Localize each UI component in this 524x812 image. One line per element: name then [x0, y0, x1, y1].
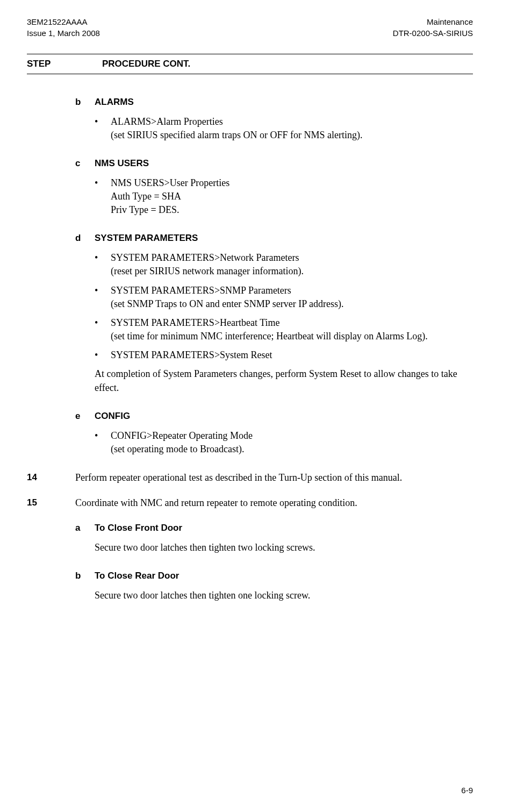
- sub-title: CONFIG: [95, 410, 473, 423]
- bullet-text: SYSTEM PARAMETERS>Network Parameters (re…: [111, 251, 473, 278]
- bullet-text: NMS USERS>User Properties Auth Type = SH…: [111, 176, 473, 217]
- list-item: • ALARMS>Alarm Properties (set SIRIUS sp…: [95, 115, 473, 142]
- list-item: • CONFIG>Repeater Operating Mode (set op…: [95, 429, 473, 456]
- issue-date: Issue 1, March 2008: [27, 27, 100, 39]
- bullet-icon: •: [95, 284, 111, 311]
- content-area: b ALARMS • ALARMS>Alarm Properties (set …: [27, 96, 473, 603]
- bullet-icon: •: [95, 176, 111, 217]
- procedure-label: PROCEDURE CONT.: [102, 58, 473, 70]
- sub-letter: b: [75, 569, 95, 582]
- sub-item-d: d SYSTEM PARAMETERS • SYSTEM PARAMETERS>…: [75, 232, 473, 394]
- list-item: • SYSTEM PARAMETERS>Heartbeat Time (set …: [95, 316, 473, 343]
- bullet-icon: •: [95, 316, 111, 343]
- bullet-list-e: • CONFIG>Repeater Operating Mode (set op…: [75, 429, 473, 456]
- bullet-icon: •: [95, 429, 111, 456]
- step-number: 14: [27, 471, 75, 485]
- sub-heading-15a: a To Close Front Door: [75, 522, 473, 535]
- sub-title: To Close Rear Door: [95, 569, 473, 582]
- sub-body: Secure two door latches then tighten one…: [75, 589, 473, 602]
- sub-item-e: e CONFIG • CONFIG>Repeater Operating Mod…: [75, 410, 473, 456]
- bullet-text: CONFIG>Repeater Operating Mode (set oper…: [111, 429, 473, 456]
- bullet-text: SYSTEM PARAMETERS>SNMP Parameters (set S…: [111, 284, 473, 311]
- sub-item-15a: a To Close Front Door Secure two door la…: [75, 522, 473, 554]
- sub-item-15b: b To Close Rear Door Secure two door lat…: [75, 569, 473, 602]
- note-text: At completion of System Parameters chang…: [75, 367, 473, 394]
- sub-title: ALARMS: [95, 96, 473, 109]
- sub-title: To Close Front Door: [95, 522, 473, 535]
- sub-letter: e: [75, 410, 95, 423]
- sub-title: NMS USERS: [95, 157, 473, 170]
- list-item: • SYSTEM PARAMETERS>SNMP Parameters (set…: [95, 284, 473, 311]
- bullet-list-b: • ALARMS>Alarm Properties (set SIRIUS sp…: [75, 115, 473, 142]
- step-number: 15: [27, 496, 75, 510]
- sub-heading-d: d SYSTEM PARAMETERS: [75, 232, 473, 245]
- header-left: 3EM21522AAAA Issue 1, March 2008: [27, 16, 100, 39]
- divider-bottom: [27, 74, 473, 74]
- bullet-text: SYSTEM PARAMETERS>Heartbeat Time (set ti…: [111, 316, 473, 343]
- list-item: • SYSTEM PARAMETERS>System Reset: [95, 348, 473, 362]
- step-text: Perform repeater operational test as des…: [75, 471, 473, 485]
- bullet-list-c: • NMS USERS>User Properties Auth Type = …: [75, 176, 473, 217]
- sub-item-b: b ALARMS • ALARMS>Alarm Properties (set …: [75, 96, 473, 142]
- bullet-icon: •: [95, 115, 111, 142]
- doc-section: Maintenance: [393, 16, 473, 27]
- sub-heading-c: c NMS USERS: [75, 157, 473, 170]
- step-14: 14 Perform repeater operational test as …: [27, 471, 473, 485]
- step-label: STEP: [27, 58, 102, 70]
- bullet-text: SYSTEM PARAMETERS>System Reset: [111, 348, 473, 362]
- sub-heading-15b: b To Close Rear Door: [75, 569, 473, 582]
- list-item: • NMS USERS>User Properties Auth Type = …: [95, 176, 473, 217]
- step-15: 15 Coordinate with NMC and return repeat…: [27, 496, 473, 510]
- sub-letter: c: [75, 157, 95, 170]
- section-header: STEP PROCEDURE CONT.: [27, 54, 473, 74]
- page-header: 3EM21522AAAA Issue 1, March 2008 Mainten…: [27, 16, 473, 39]
- step-text: Coordinate with NMC and return repeater …: [75, 496, 473, 510]
- sub-letter: d: [75, 232, 95, 245]
- bullet-list-d: • SYSTEM PARAMETERS>Network Parameters (…: [75, 251, 473, 362]
- bullet-text: ALARMS>Alarm Properties (set SIRIUS spec…: [111, 115, 473, 142]
- sub-letter: b: [75, 96, 95, 109]
- bullet-icon: •: [95, 348, 111, 362]
- bullet-icon: •: [95, 251, 111, 278]
- sub-title: SYSTEM PARAMETERS: [95, 232, 473, 245]
- sub-item-c: c NMS USERS • NMS USERS>User Properties …: [75, 157, 473, 217]
- sub-heading-e: e CONFIG: [75, 410, 473, 423]
- sub-letter: a: [75, 522, 95, 535]
- page-number: 6-9: [461, 785, 473, 796]
- sub-heading-b: b ALARMS: [75, 96, 473, 109]
- doc-id: 3EM21522AAAA: [27, 16, 100, 27]
- sub-body: Secure two door latches then tighten two…: [75, 541, 473, 554]
- doc-code: DTR-0200-SA-SIRIUS: [393, 27, 473, 39]
- list-item: • SYSTEM PARAMETERS>Network Parameters (…: [95, 251, 473, 278]
- header-right: Maintenance DTR-0200-SA-SIRIUS: [393, 16, 473, 39]
